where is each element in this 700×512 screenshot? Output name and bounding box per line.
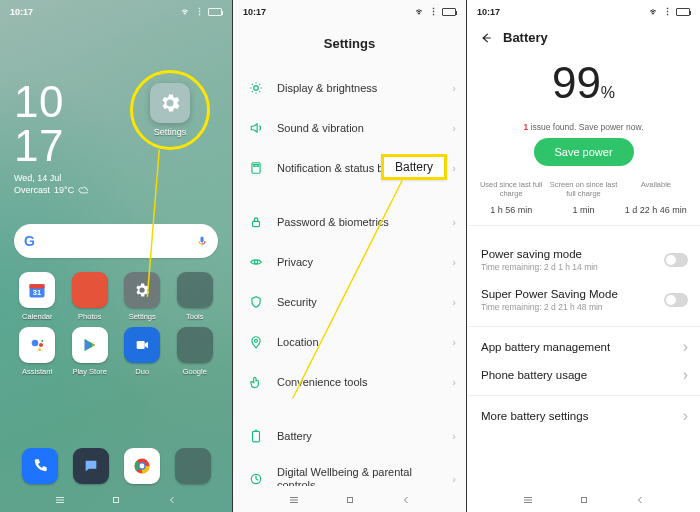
- item-privacy[interactable]: Privacy›: [233, 242, 466, 282]
- toggle-power-saving[interactable]: [664, 253, 688, 267]
- dock-chrome[interactable]: [116, 448, 167, 484]
- chevron-right-icon: ›: [452, 162, 456, 174]
- svg-point-5: [39, 348, 42, 351]
- svg-point-13: [254, 86, 259, 91]
- item-location[interactable]: Location›: [233, 322, 466, 362]
- svg-rect-27: [581, 498, 586, 503]
- back-icon[interactable]: [400, 494, 412, 506]
- chevron-right-icon: ›: [452, 256, 456, 268]
- net-icon: ᯤ: [416, 7, 425, 17]
- status-bar: 10:17 ᯤ ⋮: [0, 0, 232, 24]
- svg-rect-15: [254, 165, 259, 167]
- item-display[interactable]: Display & brightness›: [233, 68, 466, 108]
- toggle-super-power-saving[interactable]: [664, 293, 688, 307]
- item-security[interactable]: Security›: [233, 282, 466, 322]
- folder-icon: [177, 272, 213, 308]
- home-icon[interactable]: [344, 494, 356, 506]
- folder-icon: [175, 448, 211, 484]
- stat-screen-value: 1 min: [547, 205, 619, 215]
- battery-icon: [676, 8, 690, 16]
- home-screen: 10:17 ᯤ ⋮ 10 17 Wed, 14 Jul Overcast 19 …: [0, 0, 233, 512]
- phone-icon: [22, 448, 58, 484]
- page-title: Battery: [503, 30, 548, 45]
- recents-icon[interactable]: [522, 494, 534, 506]
- phone-battery-usage-row[interactable]: Phone battery usage ›: [467, 361, 700, 389]
- callout-settings-tile[interactable]: Settings: [130, 70, 210, 150]
- battery-icon: [442, 8, 456, 16]
- stat-used-label: Used since last full charge: [475, 180, 547, 198]
- chevron-right-icon: ›: [452, 122, 456, 134]
- more-battery-settings-row[interactable]: More battery settings ›: [467, 402, 700, 430]
- svg-rect-19: [253, 431, 260, 442]
- back-icon[interactable]: [166, 494, 178, 506]
- app-settings[interactable]: Settings: [119, 272, 166, 321]
- home-icon[interactable]: [110, 494, 122, 506]
- notification-icon: [249, 161, 263, 175]
- status-time: 10:17: [477, 7, 500, 17]
- app-grid: 31Calendar Photos Settings Tools Assista…: [14, 272, 218, 376]
- gear-icon: [150, 83, 190, 123]
- chevron-right-icon: ›: [452, 336, 456, 348]
- save-power-button[interactable]: Save power: [534, 138, 634, 166]
- brightness-icon: [249, 81, 263, 95]
- callout-battery: Battery: [381, 154, 447, 180]
- app-duo[interactable]: Duo: [119, 327, 166, 376]
- dock: [14, 448, 218, 484]
- photos-icon: [72, 272, 108, 308]
- item-password[interactable]: Password & biometrics›: [233, 202, 466, 242]
- nav-bar: [0, 488, 232, 512]
- page-header: Battery: [479, 30, 548, 45]
- google-search-bar[interactable]: G: [14, 224, 218, 258]
- back-arrow-icon[interactable]: [479, 31, 493, 45]
- chevron-right-icon: ›: [452, 296, 456, 308]
- home-icon[interactable]: [578, 494, 590, 506]
- svg-rect-26: [347, 498, 352, 503]
- svg-point-17: [254, 260, 258, 264]
- settings-screen: 10:17 ᯤ ⋮ Settings Display & brightness›…: [233, 0, 467, 512]
- app-photos[interactable]: Photos: [67, 272, 114, 321]
- dock-messages[interactable]: [65, 448, 116, 484]
- dock-folder[interactable]: [167, 448, 218, 484]
- chevron-right-icon: ›: [683, 338, 688, 356]
- wellbeing-icon: [249, 472, 263, 486]
- stat-used-value: 1 h 56 min: [475, 205, 547, 215]
- settings-list[interactable]: Display & brightness› Sound & vibration›…: [233, 68, 466, 486]
- chevron-right-icon: ›: [452, 216, 456, 228]
- battery-screen: 10:17 ᯤ ⋮ Battery 99% 1 issue found. Sav…: [467, 0, 700, 512]
- app-assistant[interactable]: Assistant: [14, 327, 61, 376]
- super-power-saving-row[interactable]: Super Power Saving Mode Time remaining: …: [467, 280, 700, 320]
- item-sound[interactable]: Sound & vibration›: [233, 108, 466, 148]
- net-icon: ᯤ: [650, 7, 659, 17]
- power-saving-mode-row[interactable]: Power saving mode Time remaining: 2 d 1 …: [467, 240, 700, 280]
- wifi-icon: ⋮: [663, 7, 672, 17]
- app-google-folder[interactable]: Google: [172, 327, 219, 376]
- item-convenience[interactable]: Convenience tools›: [233, 362, 466, 402]
- battery-icon: [208, 8, 222, 16]
- play-icon: [72, 327, 108, 363]
- item-wellbeing[interactable]: Digital Wellbeing & parental controls›: [233, 456, 466, 486]
- location-icon: [249, 335, 263, 349]
- hand-icon: [249, 375, 263, 389]
- nav-bar: [467, 488, 700, 512]
- status-time: 10:17: [10, 7, 33, 17]
- app-tools-folder[interactable]: Tools: [172, 272, 219, 321]
- recents-icon[interactable]: [54, 494, 66, 506]
- svg-point-6: [42, 340, 44, 342]
- weather-widget[interactable]: Overcast 19: [14, 185, 88, 195]
- dock-phone[interactable]: [14, 448, 65, 484]
- weather-temp: 19: [54, 186, 74, 195]
- battery-stats: Used since last full charge Screen on si…: [467, 180, 700, 226]
- status-bar: 10:17 ᯤ ⋮: [467, 0, 700, 24]
- mic-icon[interactable]: [196, 235, 208, 247]
- calendar-icon: 31: [27, 280, 47, 300]
- app-play-store[interactable]: Play Store: [67, 327, 114, 376]
- item-battery[interactable]: Battery›: [233, 416, 466, 456]
- wifi-icon: ⋮: [429, 7, 438, 17]
- back-icon[interactable]: [634, 494, 646, 506]
- app-calendar[interactable]: 31Calendar: [14, 272, 61, 321]
- chevron-right-icon: ›: [452, 82, 456, 94]
- homescreen-clock: 10 17 Wed, 14 Jul Overcast 19: [14, 80, 88, 195]
- chevron-right-icon: ›: [683, 407, 688, 425]
- app-battery-mgmt-row[interactable]: App battery management ›: [467, 333, 700, 361]
- recents-icon[interactable]: [288, 494, 300, 506]
